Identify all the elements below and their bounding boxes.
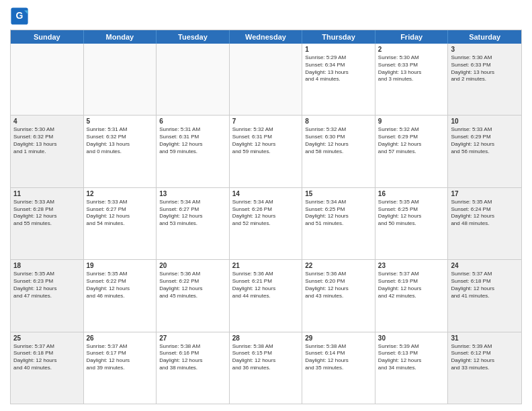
day-cell-4: 4Sunrise: 5:30 AM Sunset: 6:32 PM Daylig… <box>11 116 84 187</box>
header-cell-friday: Friday <box>375 30 449 44</box>
day-cell-5: 5Sunrise: 5:31 AM Sunset: 6:32 PM Daylig… <box>84 116 157 187</box>
day-cell-7: 7Sunrise: 5:32 AM Sunset: 6:31 PM Daylig… <box>230 116 303 187</box>
day-info: Sunrise: 5:39 AM Sunset: 6:12 PM Dayligh… <box>451 343 519 372</box>
day-info: Sunrise: 5:38 AM Sunset: 6:14 PM Dayligh… <box>305 343 372 372</box>
day-cell-14: 14Sunrise: 5:34 AM Sunset: 6:26 PM Dayli… <box>230 188 303 259</box>
day-cell-15: 15Sunrise: 5:34 AM Sunset: 6:25 PM Dayli… <box>302 188 375 259</box>
header-cell-saturday: Saturday <box>448 30 521 44</box>
day-number: 10 <box>451 118 519 125</box>
day-info: Sunrise: 5:31 AM Sunset: 6:31 PM Dayligh… <box>159 126 226 155</box>
day-number: 29 <box>305 334 372 342</box>
day-info: Sunrise: 5:34 AM Sunset: 6:27 PM Dayligh… <box>159 199 226 228</box>
day-info: Sunrise: 5:34 AM Sunset: 6:25 PM Dayligh… <box>305 199 372 228</box>
day-info: Sunrise: 5:33 AM Sunset: 6:29 PM Dayligh… <box>451 126 519 155</box>
day-cell-18: 18Sunrise: 5:35 AM Sunset: 6:23 PM Dayli… <box>11 260 84 331</box>
day-info: Sunrise: 5:37 AM Sunset: 6:18 PM Dayligh… <box>451 271 519 300</box>
day-cell-9: 9Sunrise: 5:32 AM Sunset: 6:29 PM Daylig… <box>375 116 449 187</box>
day-info: Sunrise: 5:36 AM Sunset: 6:22 PM Dayligh… <box>159 271 226 300</box>
day-cell-1: 1Sunrise: 5:29 AM Sunset: 6:34 PM Daylig… <box>302 44 375 115</box>
day-cell-2: 2Sunrise: 5:30 AM Sunset: 6:33 PM Daylig… <box>375 44 449 115</box>
day-cell-13: 13Sunrise: 5:34 AM Sunset: 6:27 PM Dayli… <box>157 188 230 259</box>
day-info: Sunrise: 5:37 AM Sunset: 6:19 PM Dayligh… <box>378 271 445 300</box>
day-number: 7 <box>232 118 300 125</box>
day-info: Sunrise: 5:29 AM Sunset: 6:34 PM Dayligh… <box>305 54 372 83</box>
day-cell-26: 26Sunrise: 5:37 AM Sunset: 6:17 PM Dayli… <box>84 332 157 404</box>
day-info: Sunrise: 5:32 AM Sunset: 6:31 PM Dayligh… <box>232 126 300 155</box>
day-cell-24: 24Sunrise: 5:37 AM Sunset: 6:18 PM Dayli… <box>448 260 521 331</box>
logo-icon: G <box>10 7 29 26</box>
calendar-header: SundayMondayTuesdayWednesdayThursdayFrid… <box>11 30 521 44</box>
day-info: Sunrise: 5:30 AM Sunset: 6:33 PM Dayligh… <box>451 54 519 83</box>
day-number: 5 <box>87 118 154 125</box>
day-cell-6: 6Sunrise: 5:31 AM Sunset: 6:31 PM Daylig… <box>157 116 230 187</box>
day-number: 12 <box>87 190 154 197</box>
day-cell-21: 21Sunrise: 5:36 AM Sunset: 6:21 PM Dayli… <box>230 260 303 331</box>
day-number: 2 <box>378 46 445 53</box>
day-info: Sunrise: 5:36 AM Sunset: 6:20 PM Dayligh… <box>305 271 372 300</box>
empty-cell <box>157 44 230 115</box>
day-number: 1 <box>305 46 372 53</box>
header-cell-tuesday: Tuesday <box>157 30 230 44</box>
empty-cell <box>11 44 84 115</box>
empty-cell <box>230 44 303 115</box>
day-number: 18 <box>13 262 81 269</box>
day-number: 26 <box>87 334 154 342</box>
day-number: 3 <box>451 46 519 53</box>
day-cell-10: 10Sunrise: 5:33 AM Sunset: 6:29 PM Dayli… <box>448 116 521 187</box>
day-cell-16: 16Sunrise: 5:35 AM Sunset: 6:25 PM Dayli… <box>375 188 449 259</box>
day-info: Sunrise: 5:39 AM Sunset: 6:13 PM Dayligh… <box>378 343 445 372</box>
day-number: 14 <box>232 190 300 197</box>
calendar: SundayMondayTuesdayWednesdayThursdayFrid… <box>10 30 522 404</box>
week-2: 11Sunrise: 5:33 AM Sunset: 6:28 PM Dayli… <box>11 188 521 260</box>
day-cell-19: 19Sunrise: 5:35 AM Sunset: 6:22 PM Dayli… <box>84 260 157 331</box>
header-cell-monday: Monday <box>84 30 157 44</box>
day-cell-8: 8Sunrise: 5:32 AM Sunset: 6:30 PM Daylig… <box>302 116 375 187</box>
day-info: Sunrise: 5:37 AM Sunset: 6:17 PM Dayligh… <box>87 343 154 372</box>
day-number: 20 <box>159 262 226 269</box>
day-number: 28 <box>232 334 300 342</box>
day-info: Sunrise: 5:35 AM Sunset: 6:23 PM Dayligh… <box>13 271 81 300</box>
day-info: Sunrise: 5:32 AM Sunset: 6:30 PM Dayligh… <box>305 126 372 155</box>
day-number: 16 <box>378 190 445 197</box>
day-cell-27: 27Sunrise: 5:38 AM Sunset: 6:16 PM Dayli… <box>157 332 230 404</box>
day-number: 31 <box>451 334 519 342</box>
header-cell-wednesday: Wednesday <box>230 30 303 44</box>
day-number: 30 <box>378 334 445 342</box>
day-info: Sunrise: 5:38 AM Sunset: 6:15 PM Dayligh… <box>232 343 300 372</box>
day-info: Sunrise: 5:33 AM Sunset: 6:28 PM Dayligh… <box>13 199 81 228</box>
day-cell-11: 11Sunrise: 5:33 AM Sunset: 6:28 PM Dayli… <box>11 188 84 259</box>
day-number: 25 <box>13 334 81 342</box>
week-0: 1Sunrise: 5:29 AM Sunset: 6:34 PM Daylig… <box>11 44 521 116</box>
day-info: Sunrise: 5:30 AM Sunset: 6:33 PM Dayligh… <box>378 54 445 83</box>
page: G SundayMondayTuesdayWednesdayThursdayFr… <box>0 0 532 411</box>
day-number: 22 <box>305 262 372 269</box>
day-info: Sunrise: 5:38 AM Sunset: 6:16 PM Dayligh… <box>159 343 226 372</box>
day-info: Sunrise: 5:37 AM Sunset: 6:18 PM Dayligh… <box>13 343 81 372</box>
day-number: 17 <box>451 190 519 197</box>
day-number: 19 <box>87 262 154 269</box>
day-cell-30: 30Sunrise: 5:39 AM Sunset: 6:13 PM Dayli… <box>375 332 449 404</box>
day-info: Sunrise: 5:35 AM Sunset: 6:24 PM Dayligh… <box>451 199 519 228</box>
day-cell-3: 3Sunrise: 5:30 AM Sunset: 6:33 PM Daylig… <box>448 44 521 115</box>
day-cell-12: 12Sunrise: 5:33 AM Sunset: 6:27 PM Dayli… <box>84 188 157 259</box>
day-number: 11 <box>13 190 81 197</box>
day-number: 8 <box>305 118 372 125</box>
day-cell-29: 29Sunrise: 5:38 AM Sunset: 6:14 PM Dayli… <box>302 332 375 404</box>
day-info: Sunrise: 5:30 AM Sunset: 6:32 PM Dayligh… <box>13 126 81 155</box>
day-cell-31: 31Sunrise: 5:39 AM Sunset: 6:12 PM Dayli… <box>448 332 521 404</box>
week-4: 25Sunrise: 5:37 AM Sunset: 6:18 PM Dayli… <box>11 332 521 404</box>
week-3: 18Sunrise: 5:35 AM Sunset: 6:23 PM Dayli… <box>11 260 521 332</box>
day-number: 27 <box>159 334 226 342</box>
header-cell-thursday: Thursday <box>302 30 375 44</box>
logo-area: G <box>10 7 31 26</box>
day-info: Sunrise: 5:34 AM Sunset: 6:26 PM Dayligh… <box>232 199 300 228</box>
header: G <box>10 7 522 26</box>
day-info: Sunrise: 5:35 AM Sunset: 6:25 PM Dayligh… <box>378 199 445 228</box>
day-info: Sunrise: 5:36 AM Sunset: 6:21 PM Dayligh… <box>232 271 300 300</box>
day-number: 9 <box>378 118 445 125</box>
day-info: Sunrise: 5:33 AM Sunset: 6:27 PM Dayligh… <box>87 199 154 228</box>
header-cell-sunday: Sunday <box>11 30 84 44</box>
svg-text:G: G <box>16 10 24 21</box>
day-cell-20: 20Sunrise: 5:36 AM Sunset: 6:22 PM Dayli… <box>157 260 230 331</box>
day-number: 24 <box>451 262 519 269</box>
